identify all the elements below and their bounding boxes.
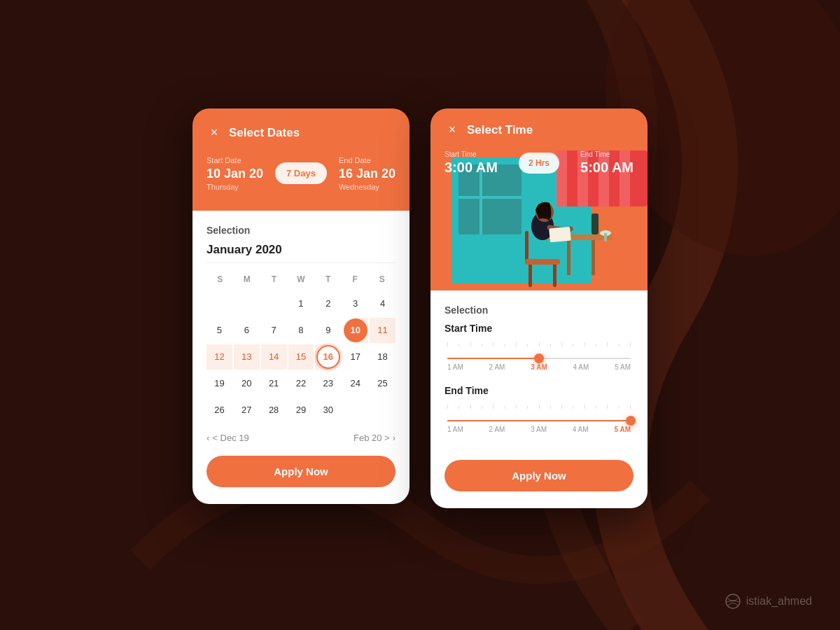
- watermark: istiak_ahmed: [725, 594, 812, 609]
- date-picker-body: Selection January 2020 S M T W T F S: [192, 211, 410, 504]
- start-label-2am: 2 AM: [489, 363, 505, 371]
- cal-day-10[interactable]: 10: [342, 318, 368, 343]
- cal-day-18[interactable]: 18: [370, 344, 396, 370]
- end-label-4am: 4 AM: [573, 426, 589, 433]
- svg-rect-15: [592, 214, 598, 234]
- date-picker-close-button[interactable]: ×: [206, 125, 222, 141]
- cal-empty: [342, 398, 368, 423]
- weekday-headers: S M T W T F S: [206, 272, 396, 287]
- cal-day-30[interactable]: 30: [315, 398, 341, 423]
- days-badge: 7 Days: [275, 162, 327, 184]
- time-picker-card: × Select Time Start Time 3:00 AM 2 Hrs E…: [430, 108, 648, 508]
- cal-day-17[interactable]: 17: [342, 344, 368, 370]
- end-label-2am: 2 AM: [489, 426, 505, 433]
- end-date-label: End Date: [339, 156, 396, 164]
- weekday-sat: S: [368, 272, 396, 287]
- time-apply-now-button[interactable]: Apply Now: [444, 460, 634, 491]
- start-label-4am: 4 AM: [573, 363, 589, 371]
- svg-rect-17: [604, 233, 607, 241]
- start-slider-labels: 1 AM 2 AM 3 AM 4 AM 5 AM: [447, 363, 631, 371]
- cal-day-27[interactable]: 27: [234, 398, 260, 423]
- cal-day-11[interactable]: 11: [370, 318, 396, 343]
- start-time-slider[interactable]: 1 AM 2 AM 3 AM 4 AM 5 AM: [444, 342, 634, 371]
- start-time-section-label: Start Time: [444, 323, 634, 334]
- end-label-3am: 3 AM: [531, 426, 547, 433]
- cal-day-15[interactable]: 15: [288, 344, 314, 370]
- svg-rect-21: [525, 259, 560, 265]
- svg-rect-13: [567, 240, 570, 275]
- time-picker-close-button[interactable]: ×: [444, 122, 460, 138]
- cal-empty: [206, 291, 232, 316]
- start-date-value: 10 Jan 20: [206, 167, 263, 181]
- prev-month-label: < Dec 19: [212, 433, 248, 443]
- cal-day-8[interactable]: 8: [288, 318, 314, 343]
- calendar-grid: 1 2 3 4 5 6 7 8 9 10 11 12 1: [206, 291, 396, 423]
- cal-day-29[interactable]: 29: [288, 398, 314, 423]
- start-label-3am: 3 AM: [531, 363, 547, 371]
- end-time-section-label: End Time: [444, 385, 634, 396]
- calendar-divider: [206, 262, 396, 263]
- cal-day-24[interactable]: 24: [342, 371, 368, 396]
- cal-day-6[interactable]: 6: [234, 318, 260, 343]
- cal-day-28[interactable]: 28: [261, 398, 287, 423]
- start-time-value: 3:00 AM: [444, 160, 498, 176]
- end-time-slider[interactable]: 1 AM 2 AM 3 AM 4 AM 5 AM: [444, 405, 634, 433]
- start-time-label: Start Time: [444, 150, 498, 158]
- start-time-section: Start Time: [444, 323, 634, 371]
- cal-day-19[interactable]: 19: [206, 371, 232, 396]
- next-month-button[interactable]: Feb 20 > ›: [354, 433, 396, 443]
- next-month-label: Feb 20 >: [354, 433, 390, 443]
- cal-day-20[interactable]: 20: [234, 371, 260, 396]
- apply-now-button[interactable]: Apply Now: [206, 456, 396, 487]
- end-slider-track: [447, 420, 631, 421]
- cal-day-7[interactable]: 7: [261, 318, 287, 343]
- cal-day-23[interactable]: 23: [315, 371, 341, 396]
- date-picker-header: × Select Dates Start Date 10 Jan 20 Thur…: [192, 108, 410, 211]
- cal-day-9[interactable]: 9: [315, 318, 341, 343]
- weekday-thu: T: [314, 272, 342, 287]
- end-label-5am: 5 AM: [614, 426, 631, 433]
- svg-rect-20: [525, 231, 528, 262]
- end-date-block: End Date 16 Jan 20 Wednesday: [339, 156, 396, 191]
- cal-day-16[interactable]: 16: [315, 344, 341, 370]
- selection-label: Selection: [206, 225, 396, 236]
- cal-day-12[interactable]: 12: [206, 344, 232, 370]
- svg-rect-14: [592, 240, 595, 275]
- cal-day-13[interactable]: 13: [234, 344, 260, 370]
- cal-day-22[interactable]: 22: [288, 371, 314, 396]
- end-time-value: 5:00 AM: [580, 160, 634, 176]
- weekday-tue: T: [260, 272, 288, 287]
- start-date-day: Thursday: [206, 183, 263, 191]
- duration-badge: 2 Hrs: [519, 153, 559, 174]
- start-slider-track: [447, 358, 631, 359]
- end-slider-thumb[interactable]: [626, 416, 636, 426]
- weekday-sun: S: [206, 272, 234, 287]
- prev-month-button[interactable]: ‹ < Dec 19: [206, 433, 249, 443]
- end-label-1am: 1 AM: [447, 426, 463, 433]
- cal-day-2[interactable]: 2: [315, 291, 341, 316]
- weekday-mon: M: [234, 272, 261, 287]
- dribbble-icon: [725, 594, 741, 609]
- cal-empty: [370, 398, 396, 423]
- time-picker-title: Select Time: [467, 123, 533, 137]
- weekday-wed: W: [288, 272, 315, 287]
- cal-day-4[interactable]: 4: [370, 291, 396, 316]
- cal-day-14[interactable]: 14: [261, 344, 287, 370]
- date-picker-card: × Select Dates Start Date 10 Jan 20 Thur…: [192, 108, 410, 504]
- time-picker-body: Selection Start Time: [430, 290, 648, 508]
- cal-day-21[interactable]: 21: [261, 371, 287, 396]
- start-slider-thumb[interactable]: [534, 354, 544, 363]
- end-time-label: End Time: [580, 150, 634, 158]
- weekday-fri: F: [342, 272, 369, 287]
- cal-day-3[interactable]: 3: [342, 291, 368, 316]
- cal-day-25[interactable]: 25: [370, 371, 396, 396]
- end-date-day: Wednesday: [339, 183, 396, 191]
- cal-day-26[interactable]: 26: [206, 398, 232, 423]
- cal-empty: [261, 291, 287, 316]
- month-title: January 2020: [206, 243, 396, 257]
- cal-day-5[interactable]: 5: [206, 318, 232, 343]
- cal-empty: [234, 291, 260, 316]
- calendar-nav: ‹ < Dec 19 Feb 20 > ›: [206, 433, 396, 443]
- end-time-section: End Time: [444, 385, 634, 433]
- cal-day-1[interactable]: 1: [288, 291, 314, 316]
